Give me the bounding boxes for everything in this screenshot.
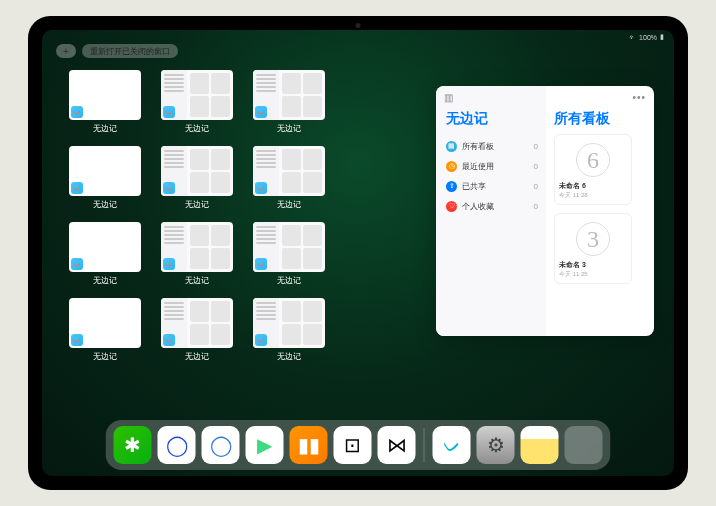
freeform-icon: ᨆ (443, 434, 461, 457)
dock-app-play-video[interactable]: ▶ (246, 426, 284, 464)
dock: ✱◯◯▶▮▮⊡⋈ᨆ⚙ (106, 420, 611, 470)
window-thumb-label: 无边记 (277, 123, 301, 134)
board-date: 今天 11:25 (559, 270, 627, 279)
panel-sidebar: 无边记 ▦所有看板0◷最近使用0⇪已共享0♡个人收藏0 (436, 86, 546, 336)
sidebar-toggle-icon[interactable]: ▥ (444, 92, 453, 103)
sidebar-item-count: 0 (534, 202, 538, 211)
window-thumb-label: 无边记 (93, 123, 117, 134)
window-thumb-label: 无边记 (185, 123, 209, 134)
board-preview: 3 (576, 222, 610, 256)
window-thumb[interactable]: 无边记 (68, 222, 142, 292)
sidebar-item-icon: ◷ (446, 161, 457, 172)
dock-app-freeform[interactable]: ᨆ (433, 426, 471, 464)
panel-right-title: 所有看板 (554, 110, 646, 128)
reopen-closed-window-button[interactable]: 重新打开已关闭的窗口 (82, 44, 178, 58)
panel-content: 所有看板 6未命名 6今天 11:283未命名 3今天 11:25 (546, 86, 654, 336)
freeform-app-icon (255, 106, 267, 118)
board-preview: 6 (576, 143, 610, 177)
window-thumb-label: 无边记 (93, 351, 117, 362)
freeform-app-icon (71, 106, 83, 118)
freeform-app-icon (163, 334, 175, 346)
dock-app-wechat[interactable]: ✱ (114, 426, 152, 464)
window-thumb-label: 无边记 (185, 199, 209, 210)
status-bar: ᯤ 100% ▮ (629, 33, 664, 41)
camera-dot (356, 23, 361, 28)
window-thumb-label: 无边记 (277, 351, 301, 362)
window-thumb[interactable]: 无边记 (160, 146, 234, 216)
board-name: 未命名 3 (559, 260, 627, 270)
sidebar-item-count: 0 (534, 162, 538, 171)
panel-left-title: 无边记 (446, 110, 538, 128)
window-thumb[interactable]: 无边记 (252, 298, 326, 368)
window-thumb[interactable]: 无边记 (252, 146, 326, 216)
window-thumb-label: 无边记 (93, 275, 117, 286)
battery-text: 100% (639, 34, 657, 41)
freeform-panel: ▥ ••• 无边记 ▦所有看板0◷最近使用0⇪已共享0♡个人收藏0 所有看板 6… (436, 86, 654, 336)
more-icon[interactable]: ••• (632, 92, 646, 103)
freeform-app-icon (255, 182, 267, 194)
freeform-app-icon (163, 182, 175, 194)
wifi-icon: ᯤ (629, 34, 636, 41)
window-thumb-label: 无边记 (185, 275, 209, 286)
board-name: 未命名 6 (559, 181, 627, 191)
dock-app-notes[interactable] (521, 426, 559, 464)
freeform-app-icon (71, 334, 83, 346)
browser-qq-icon: ◯ (166, 433, 188, 457)
window-thumb-label: 无边记 (277, 199, 301, 210)
window-thumb[interactable]: 无边记 (160, 222, 234, 292)
dock-app-books[interactable]: ▮▮ (290, 426, 328, 464)
dock-app-dice[interactable]: ⊡ (334, 426, 372, 464)
battery-icon: ▮ (660, 33, 664, 41)
wechat-icon: ✱ (124, 433, 141, 457)
freeform-app-icon (163, 106, 175, 118)
window-thumb[interactable]: 无边记 (68, 146, 142, 216)
dock-app-folder[interactable] (565, 426, 603, 464)
sidebar-item-count: 0 (534, 182, 538, 191)
window-thumb[interactable]: 无边记 (68, 70, 142, 140)
sidebar-item-label: 最近使用 (462, 161, 494, 172)
dock-separator (424, 428, 425, 462)
sidebar-item[interactable]: ▦所有看板0 (446, 136, 538, 156)
new-window-button[interactable]: + (56, 44, 76, 58)
play-video-icon: ▶ (257, 433, 272, 457)
board-date: 今天 11:28 (559, 191, 627, 200)
settings-icon: ⚙ (487, 433, 505, 457)
freeform-app-icon (71, 182, 83, 194)
dice-icon: ⊡ (344, 433, 361, 457)
sidebar-item[interactable]: ◷最近使用0 (446, 156, 538, 176)
sidebar-item-icon: ♡ (446, 201, 457, 212)
window-thumb[interactable]: 无边记 (160, 298, 234, 368)
sidebar-item-label: 已共享 (462, 181, 486, 192)
books-icon: ▮▮ (298, 433, 320, 457)
window-thumb-label: 无边记 (277, 275, 301, 286)
screen: ᯤ 100% ▮ + 重新打开已关闭的窗口 无边记无边记无边记无边记无边记无边记… (42, 30, 674, 476)
freeform-app-icon (255, 258, 267, 270)
quark-icon: ◯ (210, 433, 232, 457)
dock-app-quark[interactable]: ◯ (202, 426, 240, 464)
freeform-app-icon (163, 258, 175, 270)
window-thumb[interactable]: 无边记 (68, 298, 142, 368)
dock-app-settings[interactable]: ⚙ (477, 426, 515, 464)
sidebar-item-label: 所有看板 (462, 141, 494, 152)
sidebar-item-count: 0 (534, 142, 538, 151)
dock-app-connect[interactable]: ⋈ (378, 426, 416, 464)
connect-icon: ⋈ (387, 433, 407, 457)
window-thumb[interactable]: 无边记 (252, 70, 326, 140)
board-card[interactable]: 6未命名 6今天 11:28 (554, 134, 632, 205)
window-thumb[interactable]: 无边记 (252, 222, 326, 292)
board-card[interactable]: 3未命名 3今天 11:25 (554, 213, 632, 284)
sidebar-item-icon: ⇪ (446, 181, 457, 192)
sidebar-item[interactable]: ♡个人收藏0 (446, 196, 538, 216)
window-thumb[interactable]: 无边记 (160, 70, 234, 140)
sidebar-item[interactable]: ⇪已共享0 (446, 176, 538, 196)
top-controls: + 重新打开已关闭的窗口 (56, 44, 178, 58)
window-thumb-label: 无边记 (185, 351, 209, 362)
freeform-app-icon (71, 258, 83, 270)
ipad-frame: ᯤ 100% ▮ + 重新打开已关闭的窗口 无边记无边记无边记无边记无边记无边记… (28, 16, 688, 490)
window-thumb-label: 无边记 (93, 199, 117, 210)
sidebar-item-label: 个人收藏 (462, 201, 494, 212)
dock-app-browser-qq[interactable]: ◯ (158, 426, 196, 464)
freeform-app-icon (255, 334, 267, 346)
sidebar-item-icon: ▦ (446, 141, 457, 152)
app-expose-grid: 无边记无边记无边记无边记无边记无边记无边记无边记无边记无边记无边记无边记 (68, 70, 326, 368)
